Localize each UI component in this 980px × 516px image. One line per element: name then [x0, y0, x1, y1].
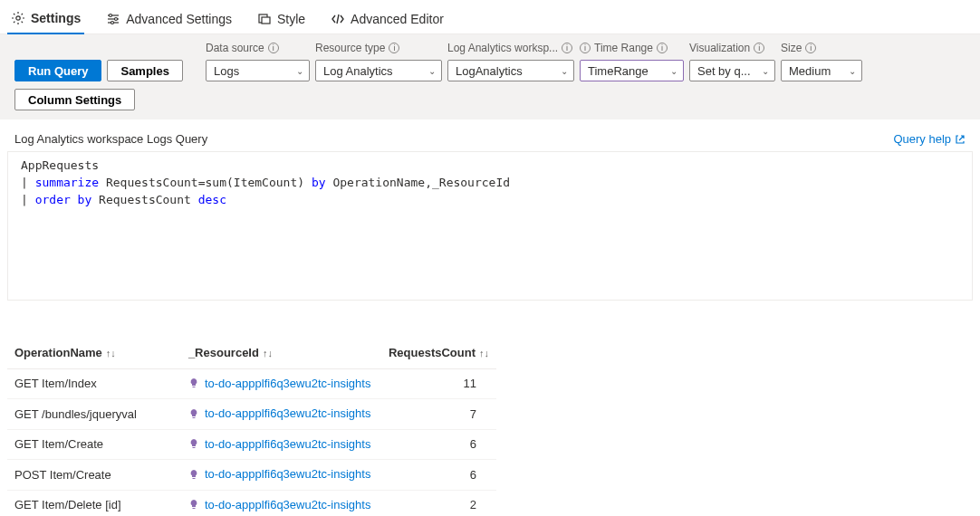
resource-link[interactable]: to-do-appplfi6q3ewu2tc-insights [188, 377, 371, 390]
data-source-label: Data source [206, 42, 264, 54]
workspace-dropdown[interactable]: LogAnalytics⌄ [447, 60, 574, 81]
chevron-down-icon: ⌄ [670, 66, 677, 76]
tab-label: Settings [31, 11, 81, 25]
cell-count: 6 [381, 429, 496, 460]
cell-operation: GET /bundles/jqueryval [7, 399, 181, 430]
cell-count: 6 [381, 460, 496, 491]
workspace-label: Log Analytics worksp... [447, 42, 558, 54]
info-icon[interactable]: i [754, 43, 764, 53]
cell-operation: GET Item/Index [7, 368, 181, 399]
table-row[interactable]: GET Item/Createto-do-appplfi6q3ewu2tc-in… [7, 429, 496, 460]
svg-point-4 [110, 14, 112, 16]
toolbar: Data sourcei Resource typei Log Analytic… [0, 34, 980, 119]
chevron-down-icon: ⌄ [296, 66, 303, 76]
lightbulb-icon [188, 408, 199, 419]
svg-point-0 [16, 16, 20, 20]
time-range-label: Time Range [594, 42, 653, 54]
column-settings-button[interactable]: Column Settings [14, 89, 135, 110]
cell-count: 11 [381, 368, 496, 399]
info-icon[interactable]: i [657, 43, 668, 53]
sliders-icon [106, 12, 120, 26]
size-label: Size [781, 42, 802, 54]
visualization-dropdown[interactable]: Set by q...⌄ [689, 60, 775, 81]
svg-rect-8 [262, 17, 270, 24]
results-table: OperationName↑↓ _ResourceId↑↓ RequestsCo… [7, 337, 973, 516]
tab-label: Advanced Settings [126, 12, 232, 26]
chevron-down-icon: ⌄ [849, 66, 856, 76]
resource-link[interactable]: to-do-appplfi6q3ewu2tc-insights [188, 467, 371, 481]
resource-type-dropdown[interactable]: Log Analytics⌄ [315, 60, 442, 81]
chevron-down-icon: ⌄ [561, 66, 568, 76]
column-header-operation[interactable]: OperationName↑↓ [7, 337, 181, 369]
query-help-link[interactable]: Query help [893, 132, 966, 146]
data-source-dropdown[interactable]: Logs⌄ [206, 60, 310, 81]
cell-count: 2 [381, 490, 496, 516]
table-row[interactable]: GET Item/Indexto-do-appplfi6q3ewu2tc-ins… [7, 368, 496, 399]
info-icon[interactable]: i [580, 43, 591, 53]
table-row[interactable]: GET /bundles/jqueryvalto-do-appplfi6q3ew… [7, 399, 496, 430]
cell-operation: GET Item/Create [7, 429, 181, 460]
tab-label: Advanced Editor [351, 12, 444, 26]
info-icon[interactable]: i [389, 43, 399, 53]
sort-icon: ↑↓ [106, 348, 116, 358]
lightbulb-icon [188, 438, 199, 449]
query-editor[interactable]: AppRequests | summarize RequestsCount=su… [7, 151, 973, 301]
resource-link[interactable]: to-do-appplfi6q3ewu2tc-insights [188, 498, 371, 511]
table-row[interactable]: GET Item/Delete [id]to-do-appplfi6q3ewu2… [7, 490, 496, 516]
cell-resource: to-do-appplfi6q3ewu2tc-insights [181, 429, 381, 460]
section-title: Log Analytics workspace Logs Query [14, 132, 207, 146]
resource-link[interactable]: to-do-appplfi6q3ewu2tc-insights [188, 406, 371, 420]
time-range-dropdown[interactable]: TimeRange⌄ [580, 60, 684, 81]
column-header-resource[interactable]: _ResourceId↑↓ [181, 337, 381, 369]
info-icon[interactable]: i [268, 43, 279, 53]
tab-advanced-editor[interactable]: Advanced Editor [327, 6, 447, 33]
tab-label: Style [277, 12, 305, 26]
tab-advanced-settings[interactable]: Advanced Settings [102, 6, 235, 33]
info-icon[interactable]: i [805, 43, 816, 53]
cell-count: 7 [381, 399, 496, 430]
lightbulb-icon [188, 377, 199, 388]
visualization-label: Visualization [689, 42, 750, 54]
cell-resource: to-do-appplfi6q3ewu2tc-insights [181, 368, 381, 399]
table-row[interactable]: POST Item/Createto-do-appplfi6q3ewu2tc-i… [7, 460, 496, 491]
lightbulb-icon [188, 469, 199, 480]
resource-type-label: Resource type [315, 42, 385, 54]
svg-point-5 [115, 17, 118, 20]
sort-icon: ↑↓ [479, 348, 489, 358]
cell-resource: to-do-appplfi6q3ewu2tc-insights [181, 460, 381, 491]
tab-style[interactable]: Style [254, 6, 309, 33]
cell-operation: POST Item/Create [7, 460, 181, 491]
info-icon[interactable]: i [562, 43, 572, 53]
code-icon [331, 12, 345, 26]
samples-button[interactable]: Samples [107, 60, 182, 81]
run-query-button[interactable]: Run Query [14, 60, 101, 81]
external-link-icon [955, 134, 966, 145]
sort-icon: ↑↓ [263, 348, 273, 358]
tab-settings[interactable]: Settings [7, 5, 84, 34]
chevron-down-icon: ⌄ [762, 66, 769, 76]
cell-operation: GET Item/Delete [id] [7, 490, 181, 516]
lightbulb-icon [188, 499, 199, 510]
tab-bar: Settings Advanced Settings Style Advance… [0, 0, 980, 34]
size-dropdown[interactable]: Medium⌄ [781, 60, 862, 81]
chevron-down-icon: ⌄ [428, 66, 436, 76]
toolbar-labels: Data sourcei Resource typei Log Analytic… [14, 42, 966, 54]
resource-link[interactable]: to-do-appplfi6q3ewu2tc-insights [188, 437, 371, 451]
style-icon [257, 12, 272, 26]
cell-resource: to-do-appplfi6q3ewu2tc-insights [181, 399, 381, 430]
gear-icon [11, 11, 25, 25]
svg-point-6 [111, 21, 114, 24]
cell-resource: to-do-appplfi6q3ewu2tc-insights [181, 490, 381, 516]
column-header-count[interactable]: RequestsCount↑↓ [381, 337, 496, 369]
